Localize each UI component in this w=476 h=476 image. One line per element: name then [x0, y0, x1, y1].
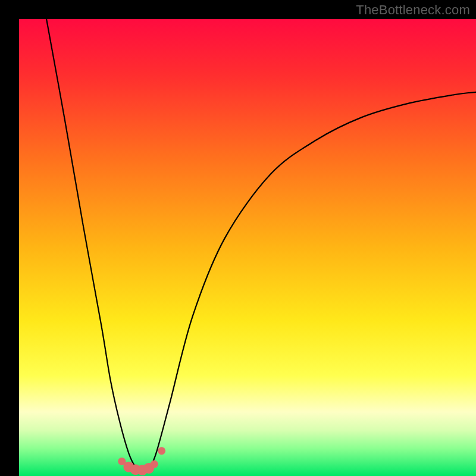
curve-layer [19, 19, 476, 476]
marker-dot [151, 461, 158, 468]
watermark-text: TheBottleneck.com [356, 2, 470, 18]
marker-dot [158, 447, 165, 455]
frame: TheBottleneck.com [0, 0, 476, 476]
plot-area [19, 19, 476, 476]
bottleneck-curve [46, 19, 476, 471]
